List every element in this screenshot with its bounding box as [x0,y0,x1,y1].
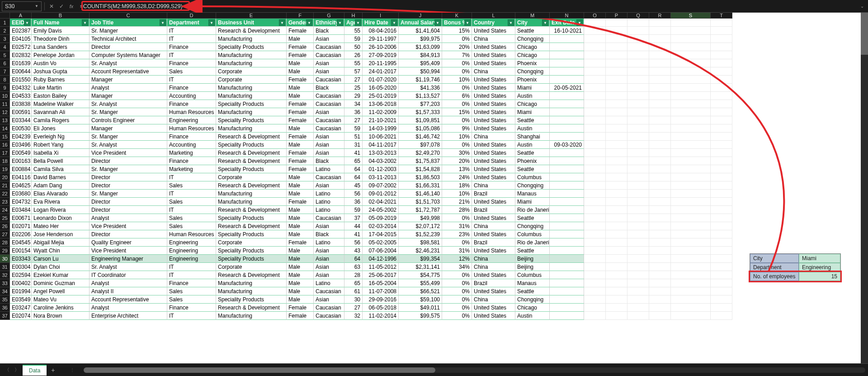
empty-cell[interactable] [671,149,711,157]
table-cell[interactable]: 50 [344,43,363,51]
table-cell[interactable] [550,149,584,157]
column-header[interactable]: J [399,13,442,19]
column-header[interactable]: L [472,13,515,19]
table-cell[interactable]: China [472,181,515,190]
table-cell[interactable]: Asian [314,35,344,43]
table-cell[interactable]: Asian [314,141,344,149]
empty-cell[interactable] [671,92,711,100]
table-cell[interactable]: $66,521 [399,287,442,295]
table-cell[interactable]: 44 [344,222,363,230]
table-cell[interactable]: Manufacturing [216,279,287,287]
empty-cell[interactable] [711,312,732,320]
table-cell[interactable]: Chicago [515,304,550,312]
table-cell[interactable]: Female [287,116,314,124]
table-cell[interactable]: E00304 [10,263,32,271]
empty-cell[interactable] [606,124,627,133]
table-cell[interactable]: Emily Davis [32,27,90,35]
table-cell[interactable]: Manufacturing [216,84,287,92]
table-cell[interactable]: Mateo Vu [32,295,90,304]
empty-cell[interactable] [711,19,732,27]
empty-cell[interactable] [671,84,711,92]
table-cell[interactable]: E04116 [10,173,32,181]
table-cell[interactable]: 55 [344,59,363,67]
empty-cell[interactable] [711,173,732,181]
table-cell[interactable]: 59 [344,124,363,133]
column-header[interactable]: G [314,13,344,19]
table-cell[interactable]: Analyst [90,279,167,287]
empty-cell[interactable] [711,59,732,67]
table-cell[interactable]: 08-04-2016 [363,27,399,35]
row-header[interactable]: 25 [0,214,10,222]
table-cell[interactable]: 04-12-1996 [363,255,399,263]
table-cell[interactable]: Speciality Products [216,214,287,222]
filter-dropdown-icon[interactable]: ▾ [434,19,441,26]
table-cell[interactable]: 01-12-2003 [363,165,399,173]
table-cell[interactable]: 31% [442,222,472,230]
table-cell[interactable]: Caucasian [314,124,344,133]
empty-cell[interactable] [584,19,606,27]
table-cell[interactable]: 15% [442,108,472,116]
table-column-header[interactable]: Country▾ [472,19,515,27]
table-cell[interactable]: 09-07-2002 [363,181,399,190]
row-header[interactable]: 11 [0,100,10,108]
table-cell[interactable]: 0% [442,67,472,76]
table-cell[interactable]: Male [287,35,314,43]
empty-cell[interactable] [584,190,606,198]
table-cell[interactable]: Black [314,230,344,238]
table-cell[interactable]: Male [287,279,314,287]
table-cell[interactable]: Asian [314,59,344,67]
table-cell[interactable]: E03496 [10,141,32,149]
table-cell[interactable]: Adam Dang [32,181,90,190]
empty-cell[interactable] [627,181,649,190]
empty-cell[interactable] [671,100,711,108]
empty-cell[interactable] [711,43,732,51]
empty-cell[interactable] [606,165,627,173]
table-cell[interactable] [550,59,584,67]
table-cell[interactable]: Speciality Products [216,141,287,149]
table-cell[interactable]: Everleigh Ng [32,133,90,141]
empty-cell[interactable] [584,181,606,190]
table-cell[interactable]: 24% [442,173,472,181]
empty-cell[interactable] [627,230,649,238]
table-cell[interactable]: Male [287,271,314,279]
table-cell[interactable]: Research & Development [216,133,287,141]
table-cell[interactable]: 20% [442,43,472,51]
table-cell[interactable] [550,124,584,133]
table-cell[interactable]: $1,72,787 [399,206,442,214]
empty-cell[interactable] [627,59,649,67]
empty-cell[interactable] [649,51,671,59]
empty-cell[interactable] [606,295,627,304]
table-cell[interactable]: $1,51,703 [399,198,442,206]
empty-cell[interactable] [711,92,732,100]
table-cell[interactable]: Chongqing [515,181,550,190]
table-cell[interactable]: $1,13,527 [399,92,442,100]
table-cell[interactable]: Chongqing [515,67,550,76]
table-cell[interactable]: United States [472,76,515,84]
empty-cell[interactable] [649,76,671,84]
table-cell[interactable]: IT [167,190,216,198]
table-cell[interactable]: Analyst [90,214,167,222]
empty-cell[interactable] [584,279,606,287]
table-cell[interactable]: Caucasian [314,92,344,100]
table-cell[interactable]: 0% [442,279,472,287]
table-cell[interactable]: $2,46,231 [399,247,442,255]
table-cell[interactable]: E03343 [10,255,32,263]
empty-cell[interactable] [649,108,671,116]
empty-cell[interactable] [584,206,606,214]
table-cell[interactable]: Speciality Products [216,116,287,124]
table-cell[interactable]: Asian [314,263,344,271]
table-cell[interactable]: United States [472,59,515,67]
empty-cell[interactable] [649,59,671,67]
empty-cell[interactable] [627,157,649,165]
table-cell[interactable]: 0% [442,141,472,149]
empty-cell[interactable] [627,51,649,59]
table-cell[interactable]: E00644 [10,67,32,76]
table-cell[interactable]: Austin [515,124,550,133]
empty-cell[interactable] [606,149,627,157]
table-cell[interactable]: 13-03-2013 [363,149,399,157]
table-cell[interactable] [550,255,584,263]
table-cell[interactable]: Manufacturing [216,198,287,206]
empty-cell[interactable] [671,230,711,238]
empty-cell[interactable] [711,222,732,230]
empty-cell[interactable] [627,19,649,27]
